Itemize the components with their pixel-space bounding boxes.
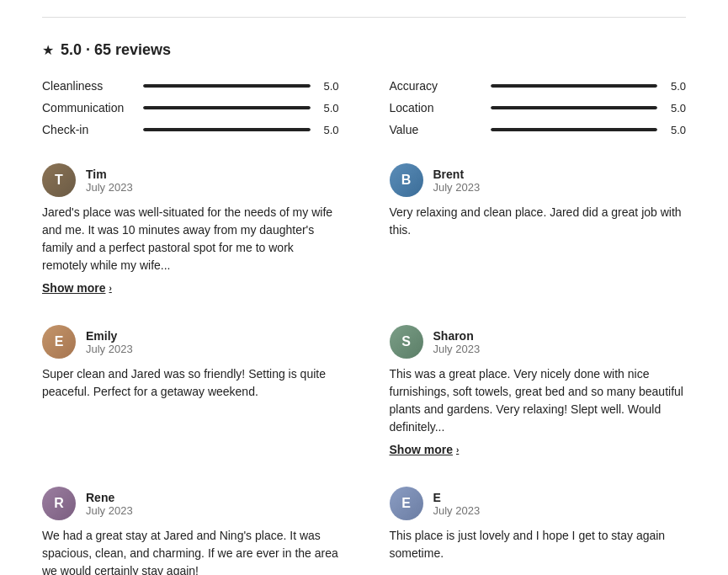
reviewer-date-emily: July 2023 — [86, 343, 133, 355]
reviewer-date-tim: July 2023 — [86, 181, 133, 194]
show-more-sharon[interactable]: Show more › — [390, 443, 687, 456]
review-sharon: S Sharon July 2023 This was a great plac… — [390, 325, 687, 456]
avatar-sharon: S — [390, 325, 423, 359]
reviewer-header-brent: B Brent July 2023 — [390, 163, 687, 197]
reviewer-info-e: E July 2023 — [433, 491, 481, 517]
cleanliness-label: Cleanliness — [42, 79, 135, 93]
show-more-tim[interactable]: Show more › — [42, 281, 339, 295]
review-tim: T Tim July 2023 Jared's place was well-s… — [42, 163, 339, 295]
rating-row-location: Location 5.0 — [390, 101, 687, 114]
reviewer-name-sharon: Sharon — [433, 329, 481, 343]
review-text-tim: Jared's place was well-situated for the … — [42, 204, 339, 274]
review-text-emily: Super clean and Jared was so friendly! S… — [42, 365, 339, 401]
checkin-value: 5.0 — [319, 124, 339, 136]
reviewer-info-sharon: Sharon July 2023 — [433, 329, 481, 355]
checkin-label: Check-in — [42, 123, 135, 136]
review-text-sharon: This was a great place. Very nicely done… — [390, 365, 687, 436]
ratings-grid: Cleanliness 5.0 Communication 5.0 Check-… — [42, 79, 686, 136]
ratings-right-col: Accuracy 5.0 Location 5.0 Value 5.0 — [390, 79, 687, 136]
review-rene: R Rene July 2023 We had a great stay at … — [42, 487, 339, 575]
reviewer-date-rene: July 2023 — [86, 504, 133, 517]
reviewer-info-brent: Brent July 2023 — [433, 168, 481, 194]
cleanliness-bar-track — [143, 84, 311, 88]
review-emily: E Emily July 2023 Super clean and Jared … — [42, 325, 339, 456]
reviewer-name-rene: Rene — [86, 491, 133, 504]
review-e: E E July 2023 This place is just lovely … — [390, 487, 687, 575]
rating-summary: 5.0 · 65 reviews — [61, 41, 171, 59]
value-bar-fill — [491, 128, 658, 131]
top-divider — [42, 17, 686, 18]
avatar-emily: E — [42, 325, 76, 359]
review-brent: B Brent July 2023 Very relaxing and clea… — [390, 163, 687, 295]
reviewer-info-rene: Rene July 2023 — [86, 491, 133, 517]
reviewer-name-tim: Tim — [86, 168, 133, 181]
checkin-bar-track — [143, 128, 311, 131]
reviewer-header-sharon: S Sharon July 2023 — [390, 325, 687, 359]
reviewer-name-e: E — [433, 491, 481, 504]
avatar-brent: B — [390, 163, 423, 197]
review-text-rene: We had a great stay at Jared and Ning's … — [42, 527, 339, 575]
review-text-brent: Very relaxing and clean place. Jared did… — [390, 204, 687, 239]
value-value: 5.0 — [666, 124, 686, 136]
reviewer-header-tim: T Tim July 2023 — [42, 163, 339, 197]
cleanliness-bar-fill — [143, 84, 311, 88]
checkin-bar-fill — [143, 128, 311, 131]
location-bar-fill — [491, 106, 658, 109]
accuracy-bar-track — [491, 84, 658, 88]
rating-row-checkin: Check-in 5.0 — [42, 123, 339, 136]
communication-label: Communication — [42, 101, 135, 114]
ratings-left-col: Cleanliness 5.0 Communication 5.0 Check-… — [42, 79, 339, 136]
reviewer-name-brent: Brent — [433, 168, 481, 181]
location-bar-track — [491, 106, 658, 109]
cleanliness-value: 5.0 — [319, 80, 339, 93]
value-bar-track — [491, 128, 658, 131]
star-icon: ★ — [42, 42, 54, 58]
communication-bar-fill — [143, 106, 311, 109]
review-text-e: This place is just lovely and I hope I g… — [390, 527, 687, 562]
accuracy-bar-fill — [491, 84, 658, 88]
reviewer-header-emily: E Emily July 2023 — [42, 325, 339, 359]
rating-row-value: Value 5.0 — [390, 123, 687, 136]
avatar-rene: R — [42, 487, 76, 520]
value-label: Value — [390, 123, 482, 136]
communication-value: 5.0 — [319, 102, 339, 114]
location-label: Location — [390, 101, 482, 114]
reviews-grid: T Tim July 2023 Jared's place was well-s… — [42, 163, 686, 575]
reviewer-info-emily: Emily July 2023 — [86, 329, 133, 355]
chevron-right-icon-sharon: › — [456, 445, 459, 455]
reviewer-date-brent: July 2023 — [433, 181, 481, 194]
rating-row-accuracy: Accuracy 5.0 — [390, 79, 687, 93]
accuracy-label: Accuracy — [390, 79, 482, 93]
location-value: 5.0 — [666, 102, 686, 114]
reviewer-header-rene: R Rene July 2023 — [42, 487, 339, 520]
avatar-tim: T — [42, 163, 76, 197]
reviewer-header-e: E E July 2023 — [390, 487, 687, 520]
reviewer-name-emily: Emily — [86, 329, 133, 343]
accuracy-value: 5.0 — [666, 80, 686, 93]
communication-bar-track — [143, 106, 311, 109]
reviewer-date-sharon: July 2023 — [433, 343, 481, 355]
rating-row-communication: Communication 5.0 — [42, 101, 339, 114]
reviews-section: ★ 5.0 · 65 reviews Cleanliness 5.0 Commu… — [0, 0, 728, 575]
rating-row-cleanliness: Cleanliness 5.0 — [42, 79, 339, 93]
rating-header: ★ 5.0 · 65 reviews — [42, 41, 686, 59]
reviewer-info-tim: Tim July 2023 — [86, 168, 133, 194]
avatar-e: E — [390, 487, 423, 520]
chevron-right-icon-tim: › — [109, 284, 111, 293]
reviewer-date-e: July 2023 — [433, 504, 481, 517]
